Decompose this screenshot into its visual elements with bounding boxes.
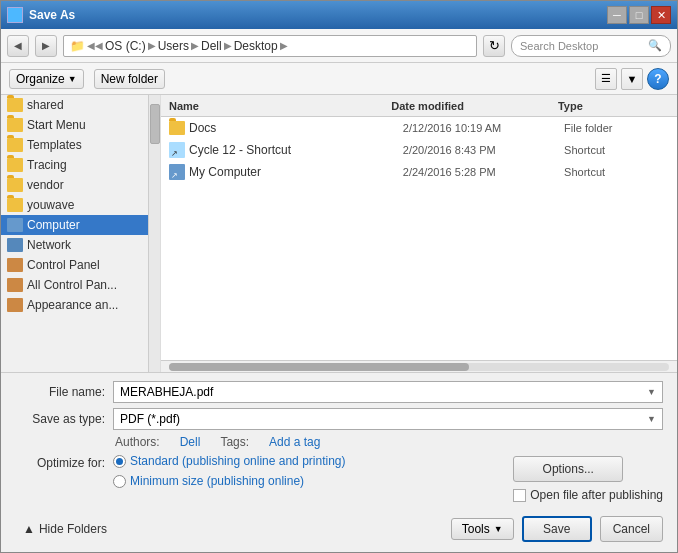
sidebar-label-shared: shared [27, 98, 64, 112]
file-list: Docs 2/12/2016 10:19 AM File folder Cycl… [161, 117, 677, 360]
sidebar-item-control-panel[interactable]: Control Panel [1, 255, 148, 275]
dialog-icon [7, 7, 23, 23]
close-button[interactable]: ✕ [651, 6, 671, 24]
sidebar-item-all-control[interactable]: All Control Pan... [1, 275, 148, 295]
file-row-mycomputer[interactable]: My Computer 2/24/2016 5:28 PM Shortcut [161, 161, 677, 183]
view-button-2[interactable]: ▼ [621, 68, 643, 90]
tools-label: Tools [462, 522, 490, 536]
options-label: Options... [543, 462, 594, 476]
optimize-label: Optimize for: [15, 454, 105, 470]
col-date-header[interactable]: Date modified [391, 100, 558, 112]
organize-arrow-icon: ▼ [68, 74, 77, 84]
back-button[interactable]: ◀ [7, 35, 29, 57]
help-button[interactable]: ? [647, 68, 669, 90]
search-box[interactable]: Search Desktop 🔍 [511, 35, 671, 57]
save-button[interactable]: Save [522, 516, 592, 542]
file-name-docs: Docs [189, 121, 399, 135]
sidebar-label-youwave: youwave [27, 198, 74, 212]
folder-icon [7, 178, 23, 192]
file-type-docs: File folder [564, 122, 669, 134]
controlpanel-icon [7, 258, 23, 272]
file-date-mycomputer: 2/24/2016 5:28 PM [403, 166, 560, 178]
col-type-header[interactable]: Type [558, 100, 669, 112]
sidebar-item-computer[interactable]: Computer [1, 215, 148, 235]
save-label: Save [543, 522, 570, 536]
folder-icon [7, 118, 23, 132]
sidebar-scroll-thumb[interactable] [150, 104, 160, 144]
sidebar-item-network[interactable]: Network [1, 235, 148, 255]
sidebar-item-youwave[interactable]: youwave [1, 195, 148, 215]
path-users: Users [158, 39, 189, 53]
cancel-label: Cancel [613, 522, 650, 536]
save-as-dialog: Save As ─ □ ✕ ◀ ▶ 📁 ◀◀ OS (C:) ▶ Users ▶… [0, 0, 678, 553]
options-button[interactable]: Options... [513, 456, 623, 482]
new-folder-button[interactable]: New folder [94, 69, 165, 89]
savetype-select[interactable]: PDF (*.pdf) ▼ [113, 408, 663, 430]
cancel-button[interactable]: Cancel [600, 516, 663, 542]
computer-icon [7, 218, 23, 232]
sidebar-scrollbar[interactable] [148, 95, 160, 372]
radio-standard[interactable]: Standard (publishing online and printing… [113, 454, 345, 470]
sidebar-item-templates[interactable]: Templates [1, 135, 148, 155]
main-area: shared Start Menu Templates Tracing vend… [1, 95, 677, 372]
sidebar-label-tracing: Tracing [27, 158, 67, 172]
forward-button[interactable]: ▶ [35, 35, 57, 57]
open-after-checkbox[interactable] [513, 489, 526, 502]
address-path[interactable]: 📁 ◀◀ OS (C:) ▶ Users ▶ Dell ▶ Desktop ▶ [63, 35, 477, 57]
sidebar-label-control-panel: Control Panel [27, 258, 100, 272]
refresh-button[interactable]: ↻ [483, 35, 505, 57]
file-area: Name Date modified Type Docs 2/12/2016 1… [161, 95, 677, 372]
sidebar-item-tracing[interactable]: Tracing [1, 155, 148, 175]
authors-value: Dell [180, 435, 201, 449]
tags-link[interactable]: Add a tag [269, 435, 320, 449]
shortcut-icon [169, 142, 185, 158]
hide-folders-icon: ▲ [23, 522, 35, 536]
radio-minimum-circle[interactable] [113, 475, 126, 488]
scrollbar-thumb[interactable] [169, 363, 469, 371]
radio-minimum-label: Minimum size (publishing online) [130, 474, 304, 490]
savetype-label: Save as type: [15, 412, 105, 426]
hide-folders-label: Hide Folders [39, 522, 107, 536]
sidebar-label-templates: Templates [27, 138, 82, 152]
sidebar-label-appearance: Appearance an... [27, 298, 118, 312]
search-placeholder: Search Desktop [520, 40, 598, 52]
filename-dropdown-icon[interactable]: ▼ [647, 387, 656, 397]
file-type-cycle12: Shortcut [564, 144, 669, 156]
radio-standard-circle[interactable] [113, 455, 126, 468]
network-icon [7, 238, 23, 252]
organize-label: Organize [16, 72, 65, 86]
file-row-cycle12[interactable]: Cycle 12 - Shortcut 2/20/2016 8:43 PM Sh… [161, 139, 677, 161]
path-drive: OS (C:) [105, 39, 146, 53]
search-icon: 🔍 [648, 39, 662, 52]
horizontal-scrollbar[interactable] [161, 360, 677, 372]
col-name-header[interactable]: Name [169, 100, 391, 112]
folder-icon [7, 98, 23, 112]
radio-minimum[interactable]: Minimum size (publishing online) [113, 474, 345, 490]
file-type-mycomputer: Shortcut [564, 166, 669, 178]
file-row-docs[interactable]: Docs 2/12/2016 10:19 AM File folder [161, 117, 677, 139]
open-after-label: Open file after publishing [530, 488, 663, 502]
toolbar: Organize ▼ New folder ☰ ▼ ? [1, 63, 677, 95]
sidebar-item-vendor[interactable]: vendor [1, 175, 148, 195]
file-date-docs: 2/12/2016 10:19 AM [403, 122, 560, 134]
file-name-mycomputer: My Computer [189, 165, 399, 179]
tags-label: Tags: [220, 435, 249, 449]
maximize-button[interactable]: □ [629, 6, 649, 24]
tools-arrow-icon: ▼ [494, 524, 503, 534]
sidebar-label-all-control: All Control Pan... [27, 278, 117, 292]
savetype-dropdown-icon[interactable]: ▼ [647, 414, 656, 424]
address-icon: 📁 [70, 39, 85, 53]
organize-button[interactable]: Organize ▼ [9, 69, 84, 89]
view-button[interactable]: ☰ [595, 68, 617, 90]
sidebar-item-shared[interactable]: shared [1, 95, 148, 115]
optimize-options: Standard (publishing online and printing… [113, 454, 345, 489]
minimize-button[interactable]: ─ [607, 6, 627, 24]
folder-icon [169, 121, 185, 135]
meta-row: Authors: Dell Tags: Add a tag [15, 435, 663, 449]
sidebar-item-appearance[interactable]: Appearance an... [1, 295, 148, 315]
hide-folders-button[interactable]: ▲ Hide Folders [15, 519, 115, 539]
tools-button[interactable]: Tools ▼ [451, 518, 514, 540]
sidebar-item-start-menu[interactable]: Start Menu [1, 115, 148, 135]
filename-input[interactable]: MERABHEJA.pdf ▼ [113, 381, 663, 403]
file-header: Name Date modified Type [161, 95, 677, 117]
